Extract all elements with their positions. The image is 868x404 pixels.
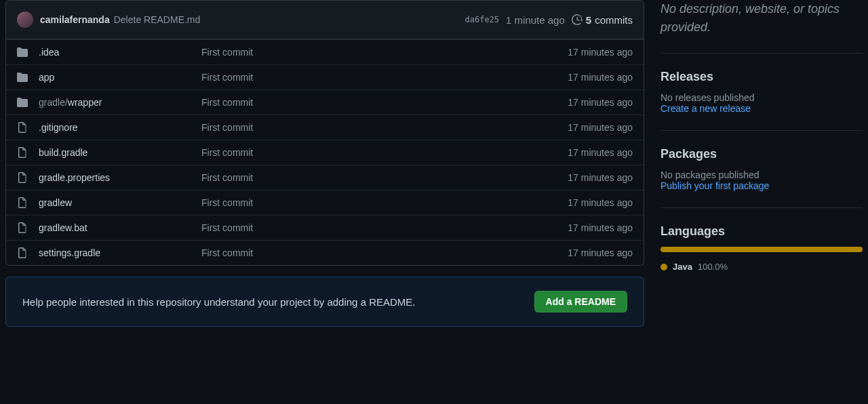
folder-icon bbox=[17, 72, 28, 83]
table-row: appFirst commit17 minutes ago bbox=[6, 64, 644, 89]
file-icon bbox=[17, 197, 28, 208]
history-icon bbox=[572, 14, 583, 25]
commits-link[interactable]: 5 commits bbox=[572, 14, 633, 26]
file-name-link[interactable]: .gitignore bbox=[39, 122, 78, 133]
file-time: 17 minutes ago bbox=[568, 222, 633, 233]
avatar[interactable] bbox=[17, 12, 33, 28]
releases-empty-text: No releases published bbox=[660, 92, 863, 103]
publish-package-link[interactable]: Publish your first package bbox=[660, 180, 863, 191]
file-time: 17 minutes ago bbox=[568, 72, 633, 83]
file-time: 17 minutes ago bbox=[568, 97, 633, 108]
about-description-empty: No description, website, or topics provi… bbox=[660, 0, 863, 37]
folder-icon bbox=[17, 97, 28, 108]
divider bbox=[660, 53, 863, 54]
file-commit-link[interactable]: First commit bbox=[201, 222, 568, 233]
file-commit-link[interactable]: First commit bbox=[201, 47, 568, 58]
file-name-link[interactable]: .idea bbox=[39, 47, 59, 58]
readme-banner: Help people interested in this repositor… bbox=[5, 277, 644, 327]
file-commit-link[interactable]: First commit bbox=[201, 97, 568, 108]
table-row: .gitignoreFirst commit17 minutes ago bbox=[6, 115, 644, 140]
divider bbox=[660, 130, 863, 131]
table-row: gradle/wrapperFirst commit17 minutes ago bbox=[6, 89, 644, 115]
commit-message-link[interactable]: Delete README.md bbox=[114, 14, 201, 25]
table-row: gradlew.batFirst commit17 minutes ago bbox=[6, 215, 644, 240]
commit-count: 5 bbox=[586, 14, 591, 26]
file-time: 17 minutes ago bbox=[568, 172, 633, 183]
file-name-link[interactable]: gradle/wrapper bbox=[39, 97, 102, 108]
table-row: gradlewFirst commit17 minutes ago bbox=[6, 190, 644, 215]
languages-heading: Languages bbox=[660, 224, 863, 239]
file-list: .ideaFirst commit17 minutes agoappFirst … bbox=[5, 39, 644, 266]
commit-count-label: commits bbox=[595, 14, 633, 26]
file-commit-link[interactable]: First commit bbox=[201, 122, 568, 133]
packages-heading[interactable]: Packages bbox=[660, 147, 863, 161]
file-commit-link[interactable]: First commit bbox=[201, 197, 568, 208]
commit-header: camilafernanda Delete README.md da6fe25 … bbox=[5, 0, 644, 39]
language-name: Java bbox=[673, 262, 692, 272]
file-name-link[interactable]: gradlew.bat bbox=[39, 222, 87, 233]
file-name-link[interactable]: settings.gradle bbox=[39, 247, 100, 258]
file-time: 17 minutes ago bbox=[568, 147, 633, 158]
language-item[interactable]: Java 100.0% bbox=[660, 262, 863, 272]
language-percentage: 100.0% bbox=[698, 262, 728, 272]
commit-sha[interactable]: da6fe25 bbox=[465, 15, 500, 24]
file-name-link[interactable]: gradlew bbox=[39, 197, 72, 208]
releases-heading[interactable]: Releases bbox=[660, 70, 863, 84]
packages-empty-text: No packages published bbox=[660, 169, 863, 180]
readme-banner-text: Help people interested in this repositor… bbox=[22, 296, 416, 308]
file-commit-link[interactable]: First commit bbox=[201, 147, 568, 158]
file-commit-link[interactable]: First commit bbox=[201, 72, 568, 83]
create-release-link[interactable]: Create a new release bbox=[660, 103, 863, 114]
commit-time: 1 minute ago bbox=[506, 14, 565, 26]
language-dot-icon bbox=[660, 264, 667, 270]
file-icon bbox=[17, 147, 28, 158]
file-time: 17 minutes ago bbox=[568, 247, 633, 258]
file-icon bbox=[17, 222, 28, 233]
file-name-link[interactable]: gradle.properties bbox=[39, 172, 110, 183]
file-time: 17 minutes ago bbox=[568, 122, 633, 133]
table-row: build.gradleFirst commit17 minutes ago bbox=[6, 140, 644, 165]
file-time: 17 minutes ago bbox=[568, 47, 633, 58]
file-time: 17 minutes ago bbox=[568, 197, 633, 208]
file-commit-link[interactable]: First commit bbox=[201, 247, 568, 258]
file-name-link[interactable]: build.gradle bbox=[39, 147, 87, 158]
folder-icon bbox=[17, 47, 28, 58]
table-row: gradle.propertiesFirst commit17 minutes … bbox=[6, 165, 644, 190]
table-row: .ideaFirst commit17 minutes ago bbox=[6, 39, 644, 64]
divider bbox=[660, 207, 863, 208]
add-readme-button[interactable]: Add a README bbox=[534, 291, 627, 312]
file-commit-link[interactable]: First commit bbox=[201, 172, 568, 183]
language-bar[interactable] bbox=[660, 247, 863, 252]
file-icon bbox=[17, 247, 28, 258]
file-name-link[interactable]: app bbox=[39, 72, 54, 83]
file-icon bbox=[17, 172, 28, 183]
author-link[interactable]: camilafernanda bbox=[40, 14, 110, 25]
table-row: settings.gradleFirst commit17 minutes ag… bbox=[6, 240, 644, 265]
file-icon bbox=[17, 122, 28, 133]
